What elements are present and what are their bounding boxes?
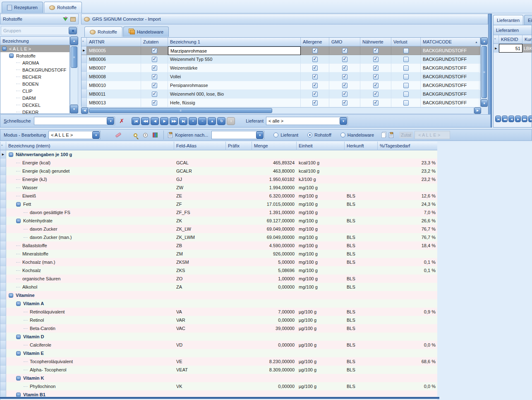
detail-row[interactable]: Energie (kJ)GJ1.950,60182kJ/100 g23,2 %	[0, 175, 437, 183]
tree-item[interactable]: −Rohstoffe	[0, 52, 69, 59]
tree-scroll-up[interactable]: ▲	[70, 36, 78, 45]
cell-kurz[interactable]: LBK	[522, 44, 532, 53]
copy-icon[interactable]	[381, 133, 386, 138]
table-row[interactable]: MB0008VolleiBACKGRUNDSTOFF	[81, 72, 480, 81]
gmo-checkbox[interactable]	[342, 83, 347, 88]
detail-row[interactable]: RetinolVAR0,00000µg/100 gBLS	[0, 316, 437, 324]
cell-bezeichnung1[interactable]: Weizenmehl 000, lose, Bio	[168, 90, 301, 99]
detail-row[interactable]: AlkoholZA0,00000mg/100 gBLS	[0, 283, 437, 291]
detail-row[interactable]: davon ZuckerZK_LW69.049,00000mg/100 g76,…	[0, 225, 437, 233]
eraser-icon[interactable]	[115, 133, 122, 138]
nav-edit-button[interactable]: ▲	[208, 117, 216, 125]
naehrwerte-checkbox[interactable]	[373, 74, 379, 80]
detail-row[interactable]: RetinoläquivalentVA7,00000µg/100 gBLS0,9…	[0, 308, 437, 316]
selector-column-header[interactable]: *	[494, 35, 499, 44]
allergene-checkbox[interactable]	[312, 74, 318, 80]
allergene-checkbox[interactable]	[312, 83, 318, 88]
nav-first-button[interactable]: |◀	[495, 116, 501, 122]
verlust-checkbox[interactable]	[403, 57, 409, 62]
paste-icon[interactable]	[389, 133, 393, 138]
detail-row[interactable]: davon Zucker (man.)ZK_LWM69.049,00000mg/…	[0, 233, 437, 241]
detail-row[interactable]: −Vitamin A	[0, 299, 437, 308]
panel-splitter[interactable]	[488, 14, 492, 128]
selector-column-header[interactable]: *	[81, 38, 87, 46]
zutaten-checkbox[interactable]	[152, 83, 157, 88]
nav-last-button[interactable]: ▶|	[528, 116, 532, 122]
column-header-gmo[interactable]: GMO	[329, 38, 360, 46]
tab-rezepturen[interactable]: Rezepturen	[2, 2, 43, 13]
collapse-icon[interactable]: −	[16, 376, 21, 381]
nav-next-button[interactable]: ▶	[515, 116, 521, 122]
cell-bezeichnung1[interactable]: Hefe, flüssig	[168, 99, 301, 107]
nav-prev-button[interactable]: ◀	[151, 117, 159, 125]
nav-text-edit-button[interactable]: I	[227, 117, 235, 125]
table-scroll-down[interactable]: ▼	[481, 99, 488, 107]
zutaten-checkbox[interactable]	[152, 100, 157, 106]
nav-prev-button[interactable]: ◀	[508, 116, 514, 122]
detail-row[interactable]: ▶−Nährwertangaben je 100 g	[0, 150, 437, 159]
pin-button[interactable]	[69, 27, 77, 34]
chevron-down-icon[interactable]: ▼	[92, 131, 100, 139]
cell-bezeichnung1[interactable]: Weizenmehl Typ 550	[168, 55, 301, 64]
gmo-checkbox[interactable]	[342, 57, 347, 62]
tree-item[interactable]: CLIP	[0, 87, 69, 94]
detail-row[interactable]: −Vitamin D	[0, 333, 437, 341]
selector-column-header[interactable]: *	[0, 142, 6, 150]
nav-first-button[interactable]: |◀	[132, 117, 140, 125]
zutaten-checkbox[interactable]	[152, 74, 157, 80]
radio-handelsware-label[interactable]: Handelsware	[347, 133, 374, 137]
naehrwerte-checkbox[interactable]	[373, 92, 379, 97]
naehrwerte-checkbox[interactable]	[373, 57, 379, 62]
cell-bezeichnung1[interactable]: Marzipanrohmase	[168, 46, 301, 55]
cell-kredid[interactable]: 51	[499, 44, 522, 53]
column-header-herkunft[interactable]: Herkunft	[345, 142, 378, 150]
table-row[interactable]: MB0006Weizenmehl Typ 550BACKGRUNDSTOFF	[81, 55, 480, 64]
detail-row[interactable]: Energie (kcal) gerundetGCALR463,80000kca…	[0, 167, 437, 175]
table-vscroll-thumb[interactable]: ≡	[482, 46, 487, 98]
tree-item-selected[interactable]: −< A L L E >	[0, 45, 69, 52]
tree-item[interactable]: AROMA	[0, 59, 69, 66]
kopieren-select[interactable]: ▼	[211, 131, 264, 139]
detail-row[interactable]: MineralstoffeZM926,00000mg/100 gBLS	[0, 250, 437, 258]
table-row[interactable]: MB0011Weizenmehl 000, lose, BioBACKGRUND…	[81, 90, 480, 99]
column-header-tagesbedarf[interactable]: %/Tagesbedarf	[378, 142, 437, 150]
chevron-down-icon[interactable]: ▼	[107, 117, 114, 125]
detail-row[interactable]: Energie (kcal)GCAL465,89324kcal/100 g23,…	[0, 159, 437, 167]
detail-row[interactable]: organische SäurenZO1,00000mg/100 gBLS	[0, 275, 437, 283]
zutaten-checkbox[interactable]	[152, 57, 157, 62]
allergene-checkbox[interactable]	[312, 92, 318, 97]
naehrwerte-checkbox[interactable]	[373, 65, 379, 71]
gmo-checkbox[interactable]	[342, 100, 347, 106]
nav-fast-back-button[interactable]: ◀◀	[141, 117, 149, 125]
nav-fast-forward-button[interactable]: ▶▶	[522, 116, 527, 122]
column-header-artnr[interactable]: ARTNR	[87, 38, 141, 46]
nav-next-button[interactable]: ▶	[160, 117, 168, 125]
collapse-icon[interactable]: −	[16, 202, 21, 207]
tree-item[interactable]: DARM	[0, 94, 69, 101]
nav-refresh-button[interactable]: ↻	[217, 117, 225, 125]
tree-item[interactable]: DECKEL	[0, 101, 69, 108]
tab-import-rohstoffe[interactable]: Rohstoffe	[84, 27, 122, 37]
verlust-checkbox[interactable]	[403, 65, 409, 71]
detail-row[interactable]: Alpha- TocopherolVEAT8.309,00000µg/100 g…	[0, 366, 437, 374]
table-hscroll-thumb[interactable]: ≡	[89, 108, 272, 113]
table-scroll-right[interactable]: ▶	[474, 107, 481, 114]
detail-row[interactable]: BallaststoffeZB4.590,00000mg/100 gBLS18,…	[0, 241, 437, 250]
search-icon[interactable]	[134, 133, 137, 137]
naehrwerte-checkbox[interactable]	[373, 100, 379, 106]
cell-bezeichnung1[interactable]: Persipanrohmasse	[168, 81, 301, 90]
column-header-zutaten[interactable]: Zutaten	[141, 38, 168, 46]
collapse-icon[interactable]: −	[9, 293, 13, 298]
quicksearch-input[interactable]: ▼	[34, 117, 115, 125]
detail-row[interactable]: −KohlenhydrateZK69.127,00000mg/100 gBLS2…	[0, 217, 437, 225]
tree-column-header[interactable]: Bezeichnung	[0, 36, 70, 45]
radio-handelsware[interactable]	[340, 133, 345, 137]
gmo-checkbox[interactable]	[342, 92, 347, 97]
column-header-kredid[interactable]: KREDID	[499, 35, 522, 44]
detail-row[interactable]: WasserZW1.994,00000mg/100 g	[0, 183, 437, 192]
tab-rohstoffe[interactable]: Rohstoffe	[44, 2, 82, 13]
detail-row[interactable]: CalciferoleVD0,00000µg/100 gBLS0,0 %	[0, 341, 437, 349]
table-vscrollbar[interactable]: ≡	[481, 45, 488, 99]
table-row[interactable]: MB0010PersipanrohmasseBACKGRUNDSTOFF	[81, 81, 480, 90]
gmo-checkbox[interactable]	[342, 48, 347, 53]
